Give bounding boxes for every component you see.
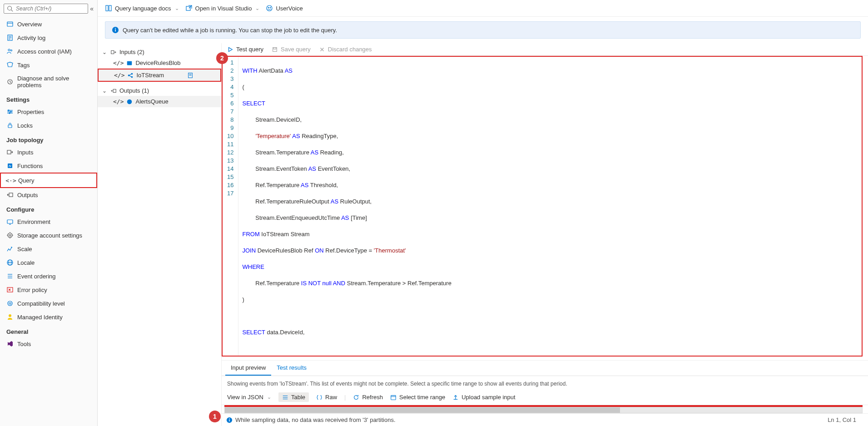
refresh-button[interactable]: Refresh xyxy=(353,394,383,401)
label: Properties xyxy=(17,109,44,115)
search-box[interactable] xyxy=(4,4,88,14)
svg-point-63 xyxy=(127,99,132,104)
view-raw-button[interactable]: Raw xyxy=(316,394,337,401)
svg-point-47 xyxy=(268,7,269,8)
search-input[interactable] xyxy=(16,5,85,12)
outputs-group-header[interactable]: ⌄Outputs (1) xyxy=(98,85,221,96)
input-devicerulesblob[interactable]: </>DeviceRulesBlob xyxy=(98,57,221,69)
label: Managed Identity xyxy=(17,314,63,321)
sidebar-item-event-ordering[interactable]: Event ordering xyxy=(0,269,97,283)
sidebar-item-locale[interactable]: Locale xyxy=(0,256,97,269)
sidebar-item-functions[interactable]: fxFunctions xyxy=(0,159,97,173)
label: Environment xyxy=(17,218,50,225)
query-editor[interactable]: 1234567891011121314151617 WITH AlertData… xyxy=(223,57,862,356)
query-language-docs-link[interactable]: Query language docs⌄ xyxy=(105,5,179,12)
sidebar-item-inputs[interactable]: Inputs xyxy=(0,145,97,159)
view-table-button[interactable]: Table xyxy=(278,392,309,402)
svg-point-25 xyxy=(9,234,11,236)
svg-rect-44 xyxy=(186,6,190,10)
sidebar-item-error-policy[interactable]: Error policy xyxy=(0,283,97,297)
sidebar-item-outputs[interactable]: Outputs xyxy=(0,188,97,202)
svg-point-40 xyxy=(9,302,11,304)
section-general: General xyxy=(0,324,97,337)
annotation-badge-2: 2 xyxy=(216,52,228,64)
svg-rect-42 xyxy=(106,5,108,11)
svg-rect-53 xyxy=(127,61,132,65)
svg-rect-52 xyxy=(111,50,114,54)
output-alertsqueue[interactable]: </>AlertsQueue xyxy=(98,96,221,107)
svg-point-9 xyxy=(11,50,12,51)
sidebar-item-diagnose[interactable]: Diagnose and solve problems xyxy=(0,72,97,92)
sidebar-item-scale[interactable]: Scale xyxy=(0,242,97,256)
label: Diagnose and solve problems xyxy=(17,75,91,89)
code-area[interactable]: WITH AlertData AS ( SELECT Stream.Device… xyxy=(238,57,862,356)
label: Storage account settings xyxy=(17,232,82,239)
svg-rect-50 xyxy=(115,30,116,32)
label: Tags xyxy=(17,62,30,69)
label: Locale xyxy=(17,259,35,266)
chevron-down-icon: ⌄ xyxy=(255,5,259,11)
upload-sample-button[interactable]: Upload sample input xyxy=(452,394,516,401)
running-job-alert: Query can't be edited while a job is run… xyxy=(105,21,861,39)
label: Functions xyxy=(17,163,43,169)
svg-rect-62 xyxy=(113,89,116,92)
sidebar-item-compat[interactable]: Compatibility level xyxy=(0,297,97,310)
sidebar-item-access-control[interactable]: Access control (IAM) xyxy=(0,45,97,58)
test-query-button[interactable]: Test query xyxy=(227,46,263,53)
sidebar-item-locks[interactable]: Locks xyxy=(0,119,97,132)
label: Activity log xyxy=(17,35,45,41)
preview-icon[interactable] xyxy=(187,72,193,79)
output-icon xyxy=(110,88,117,94)
uservoice-link[interactable]: UserVoice xyxy=(266,5,303,12)
svg-point-24 xyxy=(8,233,12,238)
svg-point-16 xyxy=(9,113,10,114)
label: Event ordering xyxy=(17,273,56,280)
label: Inputs xyxy=(17,149,33,156)
tab-input-preview[interactable]: Input preview xyxy=(225,361,271,376)
inputs-group-header[interactable]: ⌄Inputs (2) xyxy=(98,47,221,57)
sidebar-item-storage-account[interactable]: Storage account settings xyxy=(0,228,97,242)
label: Access control (IAM) xyxy=(17,48,72,55)
svg-marker-64 xyxy=(229,47,233,51)
svg-text:fx: fx xyxy=(9,164,12,168)
label: Outputs xyxy=(17,192,38,198)
info-icon xyxy=(112,26,119,34)
input-iotstream[interactable]: </>IoTStream xyxy=(98,69,221,82)
annotation-badge-1: 1 xyxy=(209,411,221,422)
svg-point-41 xyxy=(9,314,11,317)
sidebar-item-managed-identity[interactable]: Managed Identity xyxy=(0,310,97,324)
svg-point-51 xyxy=(115,28,116,29)
tab-test-results[interactable]: Test results xyxy=(271,361,312,376)
sidebar-item-tools[interactable]: Tools xyxy=(0,337,97,351)
label: Locks xyxy=(17,122,33,129)
info-icon xyxy=(226,417,233,423)
section-settings: Settings xyxy=(0,92,97,105)
sidebar-item-tags[interactable]: Tags xyxy=(0,58,97,72)
svg-point-46 xyxy=(267,5,272,11)
view-in-json-button[interactable]: View in JSON⌄ xyxy=(227,394,271,401)
sidebar: « Overview Activity log Access control (… xyxy=(0,0,98,426)
horizontal-scrollbar[interactable] xyxy=(224,407,863,413)
section-job-topology: Job topology xyxy=(0,132,97,145)
svg-point-8 xyxy=(8,49,10,51)
svg-point-39 xyxy=(8,301,12,306)
collapse-sidebar-chevron[interactable]: « xyxy=(90,5,94,12)
sidebar-item-overview[interactable]: Overview xyxy=(0,17,97,31)
label: Tools xyxy=(17,341,31,347)
input-icon xyxy=(110,49,117,55)
sidebar-item-properties[interactable]: Properties xyxy=(0,105,97,119)
svg-rect-72 xyxy=(391,395,396,400)
chevron-down-icon: ⌄ xyxy=(175,5,179,11)
save-query-button: Save query xyxy=(272,46,311,53)
svg-point-15 xyxy=(10,111,11,112)
select-time-range-button[interactable]: Select time range xyxy=(390,394,445,401)
svg-point-14 xyxy=(8,110,9,111)
discard-changes-button: Discard changes xyxy=(319,46,372,53)
search-icon xyxy=(7,5,13,12)
sidebar-item-environment[interactable]: Environment xyxy=(0,215,97,228)
svg-rect-66 xyxy=(273,47,276,49)
sidebar-item-query[interactable]: <·>Query xyxy=(0,173,97,188)
sidebar-item-activity-log[interactable]: Activity log xyxy=(0,31,97,45)
svg-point-0 xyxy=(8,6,12,10)
open-in-vs-link[interactable]: Open in Visual Studio⌄ xyxy=(185,5,260,12)
